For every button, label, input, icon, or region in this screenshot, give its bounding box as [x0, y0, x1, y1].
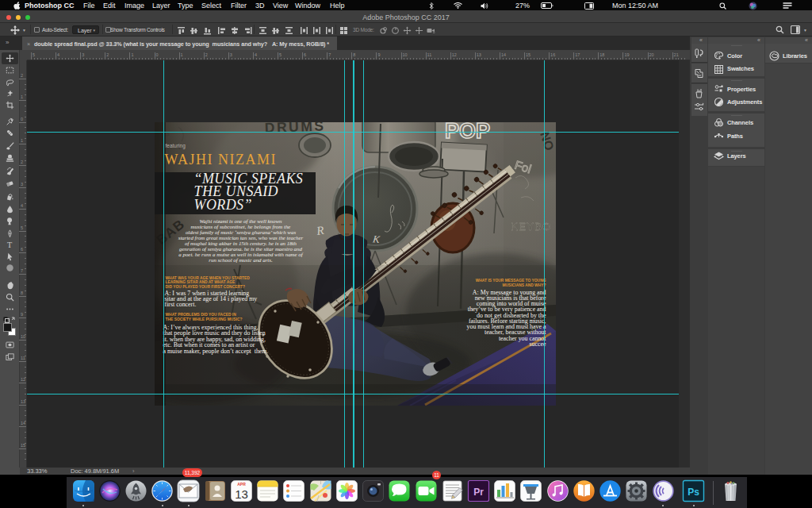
svg-text:Ps: Ps: [688, 487, 699, 498]
svg-text:T: T: [7, 241, 13, 249]
svg-text:Pr: Pr: [473, 487, 484, 498]
svg-text:APR: APR: [237, 482, 246, 487]
svg-text:13: 13: [235, 487, 248, 501]
